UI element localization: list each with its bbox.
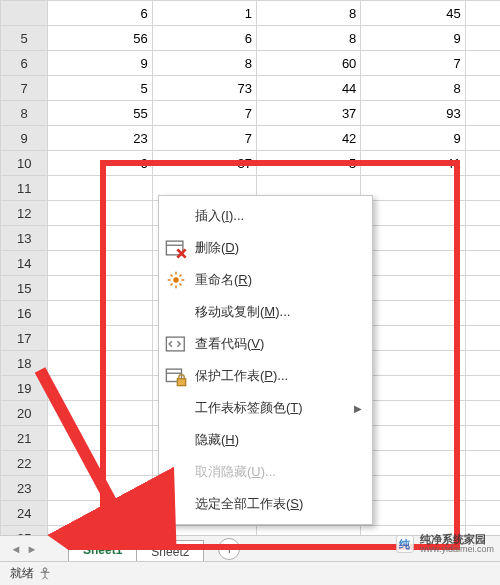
row-header[interactable]: 16: [1, 301, 48, 326]
cell[interactable]: [48, 376, 152, 401]
row-header[interactable]: 10: [1, 151, 48, 176]
cell[interactable]: [465, 376, 500, 401]
sheet-tab-sheet1[interactable]: Sheet1: [68, 538, 137, 563]
cell[interactable]: [361, 201, 465, 226]
cell[interactable]: 6: [152, 26, 256, 51]
cell[interactable]: [48, 501, 152, 526]
cell[interactable]: 93: [361, 101, 465, 126]
cell[interactable]: 45: [361, 1, 465, 26]
row-header[interactable]: 23: [1, 476, 48, 501]
cell[interactable]: 84: [465, 51, 500, 76]
row-header[interactable]: 6: [1, 51, 48, 76]
row-header[interactable]: 9: [1, 126, 48, 151]
cell[interactable]: [465, 251, 500, 276]
cell[interactable]: [465, 501, 500, 526]
cell[interactable]: 7: [152, 101, 256, 126]
cell[interactable]: [48, 176, 152, 201]
cell[interactable]: 5: [257, 151, 361, 176]
cell[interactable]: [465, 401, 500, 426]
cell[interactable]: 37: [257, 101, 361, 126]
menu-insert[interactable]: 插入(I)...: [159, 200, 372, 232]
cell[interactable]: [465, 426, 500, 451]
cell[interactable]: 8: [465, 126, 500, 151]
row-header[interactable]: 17: [1, 326, 48, 351]
row-header[interactable]: 12: [1, 201, 48, 226]
cell[interactable]: 8: [257, 26, 361, 51]
cell[interactable]: [48, 351, 152, 376]
row-header[interactable]: 22: [1, 451, 48, 476]
cell[interactable]: 23: [48, 126, 152, 151]
cell[interactable]: [465, 476, 500, 501]
cell[interactable]: 8: [361, 76, 465, 101]
row-header[interactable]: 19: [1, 376, 48, 401]
cell[interactable]: [465, 176, 500, 201]
cell[interactable]: [361, 451, 465, 476]
cell[interactable]: 130: [465, 76, 500, 101]
cell[interactable]: 192: [465, 101, 500, 126]
cell[interactable]: [48, 426, 152, 451]
row-header[interactable]: [1, 1, 48, 26]
accessibility-icon[interactable]: [34, 565, 56, 583]
cell[interactable]: [465, 276, 500, 301]
cell[interactable]: [48, 451, 152, 476]
menu-hide[interactable]: 隐藏(H): [159, 424, 372, 456]
cell[interactable]: 89: [465, 151, 500, 176]
cell[interactable]: [361, 501, 465, 526]
row-header[interactable]: 21: [1, 426, 48, 451]
menu-tab-color[interactable]: 工作表标签颜色(T) ▶: [159, 392, 372, 424]
cell[interactable]: [48, 326, 152, 351]
cell[interactable]: 73: [152, 76, 256, 101]
row-header[interactable]: 5: [1, 26, 48, 51]
cell[interactable]: 41: [361, 151, 465, 176]
row-header[interactable]: 18: [1, 351, 48, 376]
cell[interactable]: [361, 476, 465, 501]
menu-rename[interactable]: 重命名(R): [159, 264, 372, 296]
cell[interactable]: 60: [465, 1, 500, 26]
cell[interactable]: 56: [48, 26, 152, 51]
cell[interactable]: [361, 376, 465, 401]
row-header[interactable]: 14: [1, 251, 48, 276]
cell[interactable]: 60: [257, 51, 361, 76]
cell[interactable]: 44: [257, 76, 361, 101]
menu-view-code[interactable]: 查看代码(V): [159, 328, 372, 360]
cell[interactable]: [48, 301, 152, 326]
cell[interactable]: [361, 326, 465, 351]
cell[interactable]: [361, 276, 465, 301]
cell[interactable]: [48, 276, 152, 301]
cell[interactable]: 6: [48, 1, 152, 26]
cell[interactable]: [361, 351, 465, 376]
cell[interactable]: 7: [361, 51, 465, 76]
new-sheet-button[interactable]: +: [218, 538, 240, 560]
row-header[interactable]: 11: [1, 176, 48, 201]
cell[interactable]: 6: [48, 151, 152, 176]
cell[interactable]: [48, 201, 152, 226]
cell[interactable]: 8: [257, 1, 361, 26]
cell[interactable]: 5: [48, 76, 152, 101]
menu-delete[interactable]: 删除(D): [159, 232, 372, 264]
cell[interactable]: [465, 351, 500, 376]
row-header[interactable]: 7: [1, 76, 48, 101]
cell[interactable]: 37: [152, 151, 256, 176]
tab-nav-next[interactable]: ►: [24, 540, 40, 558]
cell[interactable]: 55: [48, 101, 152, 126]
menu-protect-sheet[interactable]: 保护工作表(P)...: [159, 360, 372, 392]
row-header[interactable]: 24: [1, 501, 48, 526]
cell[interactable]: [48, 476, 152, 501]
cell[interactable]: [465, 226, 500, 251]
cell[interactable]: [48, 251, 152, 276]
cell[interactable]: [361, 401, 465, 426]
cell[interactable]: [465, 451, 500, 476]
cell[interactable]: 9: [361, 26, 465, 51]
row-header[interactable]: 20: [1, 401, 48, 426]
menu-move-copy[interactable]: 移动或复制(M)...: [159, 296, 372, 328]
cell[interactable]: [361, 176, 465, 201]
cell[interactable]: [48, 401, 152, 426]
cell[interactable]: 42: [257, 126, 361, 151]
cell[interactable]: [361, 301, 465, 326]
sheet-tab-sheet2[interactable]: Sheet2: [136, 540, 204, 563]
cell[interactable]: 9: [48, 51, 152, 76]
row-header[interactable]: 8: [1, 101, 48, 126]
row-header[interactable]: 13: [1, 226, 48, 251]
cell[interactable]: [465, 326, 500, 351]
cell[interactable]: [361, 251, 465, 276]
